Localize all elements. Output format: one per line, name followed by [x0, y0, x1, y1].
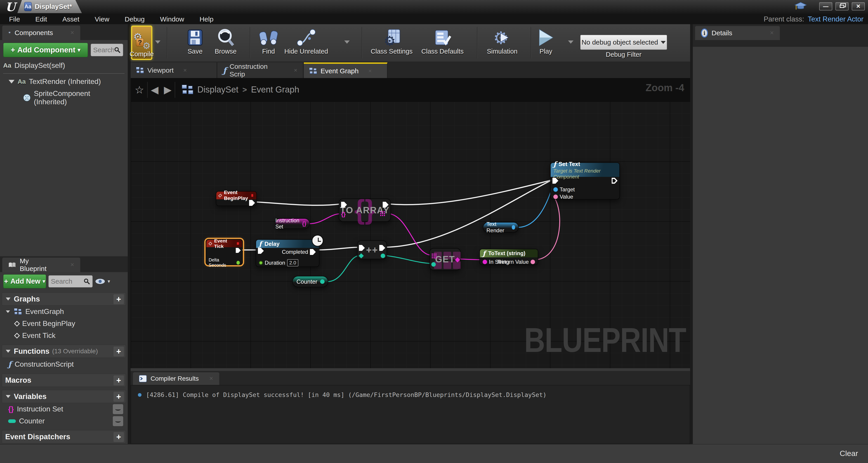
add-new-button[interactable]: + Add New ▾ — [3, 274, 46, 288]
event-tick-row[interactable]: Event Tick — [2, 329, 126, 342]
macros-section-header[interactable]: Macros + — [2, 374, 126, 387]
variable-visibility-toggle[interactable] — [113, 404, 123, 414]
compile-options-caret-icon[interactable] — [155, 40, 160, 44]
node-to-array[interactable]: {} TO ARRAY {} — [339, 199, 391, 222]
variable-instruction-set-row[interactable]: {} Instruction Set — [2, 403, 126, 415]
menu-help[interactable]: Help — [192, 14, 221, 24]
hide-unrelated-button[interactable]: Hide Unrelated — [284, 28, 328, 55]
visibility-eye-icon[interactable] — [95, 278, 105, 285]
set-out-pin[interactable]: {} — [302, 221, 306, 227]
exec-out-pin[interactable] — [249, 200, 255, 206]
asset-tab[interactable]: Aa DisplaySet* ✕ — [18, 0, 82, 13]
details-tab-close-icon[interactable]: ✕ — [770, 30, 774, 36]
compile-button[interactable]: ⚙⚙ ? Compile — [131, 26, 152, 60]
node-set-text[interactable]: ƒ Set Text Target is Text Render Compone… — [550, 163, 620, 200]
graphs-section-header[interactable]: Graphs + — [2, 292, 126, 306]
node-event-beginplay[interactable]: Event BeginPlay — [216, 191, 257, 206]
variable-counter-row[interactable]: Counter — [2, 415, 126, 427]
add-dispatcher-button[interactable]: + — [114, 432, 124, 442]
array-out-pin[interactable] — [380, 211, 381, 212]
node-var-text-render[interactable]: Text Render — [483, 222, 519, 233]
panel-divider[interactable] — [690, 24, 693, 444]
construction-script-row[interactable]: ƒ ConstructionScript — [2, 358, 126, 371]
event-dispatchers-section-header[interactable]: Event Dispatchers + — [2, 430, 126, 443]
find-button[interactable]: Find — [259, 28, 278, 55]
tab-close-icon[interactable]: ✕ — [183, 68, 187, 73]
add-variable-button[interactable]: + — [114, 392, 124, 402]
value-out-pin[interactable] — [381, 254, 385, 258]
delta-seconds-pin[interactable] — [237, 261, 240, 265]
node-delay[interactable]: ƒ Delay Completed Duration 2.0 — [256, 239, 319, 267]
component-self-row[interactable]: Aa DisplaySet(self) — [3, 59, 125, 71]
parent-class-link[interactable]: Text Render Actor — [808, 15, 864, 23]
components-tab-close-icon[interactable]: ✕ — [70, 30, 74, 36]
clear-button[interactable]: Clear — [840, 449, 858, 458]
menu-view[interactable]: View — [87, 14, 117, 24]
add-graph-button[interactable]: + — [114, 294, 124, 304]
tab-close-icon[interactable]: ✕ — [293, 68, 298, 73]
simulation-button[interactable]: ⚙ Simulation — [487, 28, 518, 55]
my-blueprint-tab-close-icon[interactable]: ✕ — [70, 262, 74, 268]
breadcrumb-graph[interactable]: Event Graph — [251, 85, 299, 94]
node-var-counter[interactable]: Counter — [292, 276, 328, 287]
components-search-input[interactable] — [93, 46, 114, 54]
class-defaults-button[interactable]: Class Defaults — [421, 28, 464, 55]
menu-debug[interactable]: Debug — [117, 14, 152, 24]
exec-in-pin[interactable] — [258, 248, 264, 254]
class-settings-button[interactable]: ⚙ Class Settings — [371, 28, 412, 55]
menu-asset[interactable]: Asset — [55, 14, 87, 24]
my-blueprint-search[interactable] — [49, 275, 93, 288]
functions-section-header[interactable]: Functions (13 Overridable) + — [2, 345, 126, 358]
compiler-results-tab[interactable]: Compiler Results ✕ — [133, 372, 219, 385]
component-textrender-row[interactable]: Aa TextRender (Inherited) — [3, 76, 125, 88]
my-blueprint-tab[interactable]: My Blueprint ✕ — [2, 258, 80, 272]
index-in-pin[interactable] — [431, 262, 436, 267]
object-out-pin[interactable] — [512, 225, 515, 230]
panel-divider[interactable] — [128, 24, 131, 444]
play-options-caret-icon[interactable] — [568, 40, 574, 44]
exec-out-pin[interactable] — [236, 248, 241, 253]
node-event-tick[interactable]: Event Tick Delta Seconds — [206, 239, 243, 265]
float-out-pin[interactable] — [320, 279, 324, 284]
components-search[interactable] — [91, 44, 123, 56]
set-in-pin[interactable]: {} — [341, 211, 346, 218]
tab-event-graph[interactable]: Event Graph ✕ — [304, 62, 388, 78]
return-value-pin[interactable] — [530, 260, 535, 264]
details-tab[interactable]: i Details ✕ — [695, 26, 780, 40]
duration-pin[interactable] — [259, 261, 263, 265]
debug-object-dropdown[interactable]: No debug object selected — [580, 35, 667, 50]
node-get[interactable]: GET — [430, 248, 461, 270]
asset-tab-close-icon[interactable]: ✕ — [81, 3, 86, 10]
in-string-pin[interactable] — [483, 260, 487, 264]
back-arrow-icon[interactable]: ◀ — [151, 84, 158, 95]
menu-edit[interactable]: Edit — [28, 14, 55, 24]
add-macro-button[interactable]: + — [114, 375, 124, 385]
duration-value-input[interactable]: 2.0 — [287, 259, 299, 266]
my-blueprint-search-input[interactable] — [51, 278, 84, 285]
minimize-button[interactable]: — — [819, 2, 832, 10]
event-graph-canvas[interactable]: BLUEPRINT Event BeginPlay — [131, 101, 690, 368]
breadcrumb-blueprint[interactable]: DisplaySet — [197, 85, 239, 94]
array-in-pin[interactable] — [432, 254, 433, 255]
variable-visibility-toggle[interactable] — [113, 416, 123, 426]
exec-out-pin[interactable] — [612, 178, 618, 184]
save-button[interactable]: Save — [188, 28, 203, 55]
play-button[interactable]: Play — [537, 28, 554, 55]
eventgraph-row[interactable]: EventGraph — [2, 306, 126, 318]
tab-viewport[interactable]: Viewport ✕ — [131, 62, 217, 78]
event-beginplay-row[interactable]: Event BeginPlay — [2, 318, 126, 329]
tab-close-icon[interactable]: ✕ — [368, 68, 372, 74]
node-increment[interactable]: ++ — [357, 240, 387, 259]
eye-filter-caret-icon[interactable]: ▾ — [107, 279, 110, 284]
add-function-button[interactable]: + — [114, 347, 124, 356]
restore-button[interactable] — [835, 2, 848, 10]
completed-exec-out-pin[interactable] — [310, 249, 316, 255]
close-button[interactable]: ✕ — [852, 2, 865, 10]
node-totext[interactable]: ƒ ToText (string) In String Return Value — [479, 249, 538, 265]
components-tab[interactable]: Components ✕ — [2, 26, 80, 40]
component-sprite-row[interactable]: SpriteComponent (Inherited) — [3, 88, 125, 108]
browse-button[interactable]: Browse — [215, 28, 237, 55]
tutorial-cap-icon[interactable] — [794, 1, 807, 11]
tab-construction-script[interactable]: ƒ Construction Scrip ✕ — [217, 62, 303, 78]
favorite-star-icon[interactable]: ☆ — [135, 84, 144, 96]
